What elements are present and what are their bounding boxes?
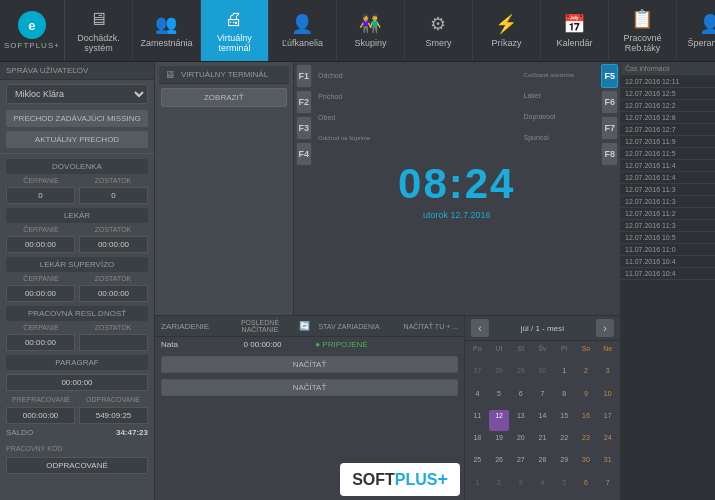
cal-cell[interactable]: 6 [576,477,597,498]
cal-cell[interactable]: 28 [489,365,510,386]
cal-day-ut: Ut [489,343,510,364]
f4-btn[interactable]: F4 [296,142,313,166]
cal-cell[interactable]: 11 [467,410,488,431]
lekar-sup-col1: ČERPANIE [6,275,76,282]
nav-item-dochadzkovy[interactable]: 🖥 Dochádzk. systém [65,0,133,61]
right-item[interactable]: 12.07.2016 10:5 [621,232,715,244]
cal-cell[interactable]: 2 [489,477,510,498]
cal-cell[interactable]: 29 [554,454,575,475]
nav-item-virtualny[interactable]: 🖨 Virtuálny terminál [201,0,269,61]
right-item[interactable]: 12.07.2016 11:4 [621,172,715,184]
nav-item-pracovne[interactable]: 📋 Pracovné Reb.táky [609,0,677,61]
cal-cell[interactable]: 22 [554,432,575,453]
f1-btn[interactable]: F1 [296,64,313,88]
cal-cell[interactable]: 10 [597,388,618,409]
nav-item-kalendar[interactable]: 📅 Kalendár [541,0,609,61]
cal-cell[interactable]: 30 [532,365,553,386]
cal-cell[interactable]: 23 [576,432,597,453]
aktualny-btn[interactable]: AKTUÁLNY PRECHOD [6,131,148,148]
cal-cell[interactable]: 15 [554,410,575,431]
nav-item-zamestnania[interactable]: 👥 Zamestnánia [133,0,201,61]
cal-cell[interactable]: 19 [489,432,510,453]
cal-cell[interactable]: 4 [467,388,488,409]
cal-cell[interactable]: 3 [597,365,618,386]
right-panel-header: Čas informácií [621,62,715,76]
nav-item-smery[interactable]: ⚙ Smery [405,0,473,61]
cal-cell[interactable]: 31 [597,454,618,475]
cal-cell[interactable]: 28 [532,454,553,475]
cal-prev-btn[interactable]: ‹ [471,319,489,337]
pracovny-kod-label: PRACOVNÝ KÓD [6,445,62,452]
cal-cell[interactable]: 26 [489,454,510,475]
zobrazit-btn[interactable]: ZOBRAZIŤ [161,88,287,107]
cal-cell[interactable]: 9 [576,388,597,409]
vt-clock: 08:24 [398,160,515,208]
cal-cell[interactable]: 20 [510,432,531,453]
right-item[interactable]: 11.07.2016 10:4 [621,268,715,280]
cal-cell[interactable]: 18 [467,432,488,453]
cal-cell[interactable]: 17 [597,410,618,431]
nav-item-skupiny[interactable]: 👫 Skupiny [337,0,405,61]
cal-cell[interactable]: 3 [510,477,531,498]
vt-bottom-left: ZARIADENIE POSLEDNÉ NAČÍTANIE 🔄 STAV ZAR… [155,316,465,500]
fn-col-left: F1 F2 F3 F4 [294,62,315,315]
lekar-val1: 00:00:00 [6,236,75,253]
cal-cell[interactable]: 30 [576,454,597,475]
cal-cell[interactable]: 29 [510,365,531,386]
right-item[interactable]: 12.07.2016 11:3 [621,196,715,208]
right-item[interactable]: 12.07.2016 12:8 [621,112,715,124]
nav-item-luf[interactable]: 👤 Ľúfkanelia [269,0,337,61]
f3-btn[interactable]: F3 [296,116,313,140]
cal-cell[interactable]: 6 [510,388,531,409]
nav-label-skupiny: Skupiny [354,38,386,48]
f8-btn[interactable]: F8 [601,142,618,166]
zariadenie-col: ZARIADENIE [161,322,221,331]
f2-btn[interactable]: F2 [296,90,313,114]
right-item[interactable]: 12.07.2016 12:5 [621,88,715,100]
vt-area: 🖥 VIRTUÁLNY TERMINÁL ZOBRAZIŤ F1 F2 F3 F… [155,62,620,316]
right-item[interactable]: 12.07.2016 11:4 [621,160,715,172]
right-item[interactable]: 11.07.2016 10:4 [621,256,715,268]
f6-btn[interactable]: F6 [601,90,618,114]
nacitat-btn-1[interactable]: NAČÍTAŤ [161,356,458,373]
cal-cell[interactable]: 27 [510,454,531,475]
cal-cell[interactable]: 25 [467,454,488,475]
right-item[interactable]: 12.07.2016 11:3 [621,184,715,196]
nacitat-btn-2[interactable]: NAČÍTAŤ [161,379,458,396]
cal-cell[interactable]: 2 [576,365,597,386]
right-item[interactable]: 12.07.2016 11:5 [621,148,715,160]
prechod-btn[interactable]: PRECHOD ZADÁVAJÚCI MISSING [6,110,148,127]
cal-cell[interactable]: 16 [576,410,597,431]
cal-cell[interactable]: 21 [532,432,553,453]
cal-cell[interactable]: 24 [597,432,618,453]
cal-cell[interactable]: 14 [532,410,553,431]
right-item[interactable]: 12.07.2016 11:3 [621,220,715,232]
cal-cell-today[interactable]: 12 [489,410,510,431]
f7-btn[interactable]: F7 [601,116,618,140]
cal-cell[interactable]: 7 [532,388,553,409]
cal-next-btn[interactable]: › [596,319,614,337]
cal-cell[interactable]: 1 [554,365,575,386]
cal-cell[interactable]: 13 [510,410,531,431]
lekar-sup-label: LEKÁR SUPERVÍZO [6,257,148,272]
cal-cell[interactable]: 27 [467,365,488,386]
softplus-logo: SOFTPLUS+ [340,463,460,496]
cal-cell[interactable]: 1 [467,477,488,498]
nav-item-sper[interactable]: 👤 Šperantova [677,0,715,61]
user-select[interactable]: Mikloc Klára [6,84,148,104]
prac-res-val2 [79,334,148,351]
nav-item-prikazy[interactable]: ⚡ Príkazy [473,0,541,61]
cal-cell[interactable]: 5 [489,388,510,409]
right-item[interactable]: 12.07.2016 12:2 [621,100,715,112]
cal-cell[interactable]: 4 [532,477,553,498]
right-item[interactable]: 11.07.2016 11:0 [621,244,715,256]
fn-col-right: F5 F6 F7 F8 [599,62,620,315]
right-item[interactable]: 12.07.2016 11:2 [621,208,715,220]
right-item[interactable]: 12.07.2016 12:7 [621,124,715,136]
cal-cell[interactable]: 8 [554,388,575,409]
right-item[interactable]: 12.07.2016 11:9 [621,136,715,148]
f5-btn[interactable]: F5 [601,64,618,88]
right-item[interactable]: 12.07.2016 12:11 [621,76,715,88]
cal-cell[interactable]: 7 [597,477,618,498]
cal-cell[interactable]: 5 [554,477,575,498]
